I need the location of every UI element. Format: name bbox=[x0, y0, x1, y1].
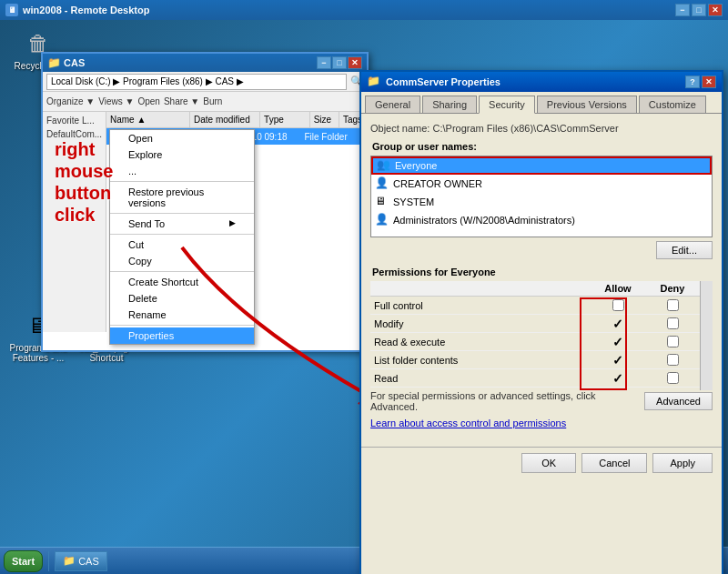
perm-list-folder-deny[interactable] bbox=[645, 354, 700, 366]
ctx-divider-3 bbox=[110, 234, 254, 235]
rd-title: win2008 - Remote Desktop bbox=[23, 5, 149, 15]
perm-scrollbar[interactable] bbox=[700, 281, 713, 390]
permissions-container: Allow Deny Full control Modify ✓ bbox=[370, 281, 713, 390]
perm-modify: Modify ✓ bbox=[370, 315, 700, 333]
views-btn[interactable]: Views ▼ bbox=[98, 96, 134, 106]
ctx-delete[interactable]: Delete bbox=[110, 290, 254, 307]
explorer-sidebar: Favorite L... DefaultCom... bbox=[43, 112, 106, 332]
perm-read-allow[interactable]: ✓ bbox=[591, 371, 645, 386]
perm-full-control: Full control bbox=[370, 297, 700, 315]
ctx-properties[interactable]: Properties bbox=[110, 327, 254, 344]
apply-button[interactable]: Apply bbox=[652, 453, 713, 473]
user-list: 👥 Everyone 👤 CREATOR OWNER 🖥 SYSTEM 👤 Ad… bbox=[370, 156, 713, 237]
perm-write-allow[interactable]: ✓ bbox=[591, 389, 645, 391]
rd-close-btn[interactable]: ✕ bbox=[708, 4, 723, 16]
permissions-table: Allow Deny Full control Modify ✓ bbox=[370, 281, 700, 390]
perm-read-execute-name: Read & execute bbox=[370, 337, 591, 347]
explorer-close-btn[interactable]: ✕ bbox=[348, 56, 362, 69]
user-everyone[interactable]: 👥 Everyone bbox=[371, 156, 712, 175]
rd-maximize-btn[interactable]: □ bbox=[692, 4, 706, 16]
taskbar-cas-label: CAS bbox=[78, 556, 99, 567]
taskbar-divider bbox=[48, 551, 49, 571]
user-admin-name: Administrators (W/N2008\Administrators) bbox=[393, 215, 575, 226]
user-admin-icon: 👤 bbox=[375, 213, 389, 227]
col-name[interactable]: Name ▲ bbox=[106, 112, 190, 127]
perm-read-deny[interactable] bbox=[645, 372, 700, 384]
ctx-open[interactable]: Open bbox=[110, 130, 254, 146]
user-everyone-icon: 👥 bbox=[377, 158, 391, 173]
burn-btn[interactable]: Burn bbox=[203, 96, 222, 106]
tab-security[interactable]: Security bbox=[479, 96, 535, 114]
special-perms-text: For special permissions or advanced sett… bbox=[370, 390, 644, 412]
rd-controls: − □ ✕ bbox=[675, 4, 723, 16]
ctx-cut[interactable]: Cut bbox=[110, 237, 254, 253]
perm-modify-name: Modify bbox=[370, 318, 591, 329]
taskbar-cas-item[interactable]: 📁 CAS bbox=[55, 551, 107, 571]
ctx-ellipsis[interactable]: ... bbox=[110, 163, 254, 179]
start-button[interactable]: Start bbox=[4, 550, 43, 572]
address-input[interactable]: Local Disk (C:) ▶ Program Files (x86) ▶ … bbox=[46, 74, 347, 90]
props-help-btn[interactable]: ? bbox=[685, 76, 700, 88]
tab-sharing[interactable]: Sharing bbox=[422, 96, 477, 113]
perm-list-folder-allow[interactable]: ✓ bbox=[591, 353, 645, 368]
props-titlebar: 📁 CommServer Properties ? ✕ bbox=[361, 72, 722, 92]
user-administrators[interactable]: 👤 Administrators (W/N2008\Administrators… bbox=[371, 211, 712, 229]
rd-icon: 🖥 bbox=[5, 4, 18, 16]
advanced-button[interactable]: Advanced bbox=[644, 392, 713, 410]
explorer-maximize-btn[interactable]: □ bbox=[332, 56, 347, 69]
perm-read-execute-deny[interactable] bbox=[645, 336, 700, 347]
explorer-minimize-btn[interactable]: − bbox=[317, 56, 331, 69]
perm-modify-deny[interactable] bbox=[645, 317, 700, 329]
user-creator-owner[interactable]: 👤 CREATOR OWNER bbox=[371, 175, 712, 193]
learn-link[interactable]: Learn about access control and permissio… bbox=[370, 418, 713, 428]
cancel-button[interactable]: Cancel bbox=[581, 453, 647, 473]
ctx-copy[interactable]: Copy bbox=[110, 253, 254, 269]
object-name-label: Object name: bbox=[370, 123, 430, 134]
rd-minimize-btn[interactable]: − bbox=[675, 4, 690, 16]
ctx-divider-4 bbox=[110, 271, 254, 272]
organize-btn[interactable]: Organize ▼ bbox=[46, 96, 95, 106]
properties-dialog: 📁 CommServer Properties ? ✕ General Shar… bbox=[359, 70, 723, 574]
ctx-shortcut[interactable]: Create Shortcut bbox=[110, 274, 254, 290]
perm-full-control-name: Full control bbox=[370, 300, 591, 311]
context-menu: Open Explore ... Restore previous versio… bbox=[109, 129, 255, 345]
perm-col-deny-header: Deny bbox=[645, 281, 700, 296]
perm-col-allow-header: Allow bbox=[591, 281, 645, 296]
sidebar-default: DefaultCom... bbox=[46, 129, 102, 139]
ctx-sendto[interactable]: Send To bbox=[110, 216, 254, 232]
remote-desktop-window: 🖥 win2008 - Remote Desktop − □ ✕ 🗑 Recyc… bbox=[0, 0, 728, 574]
props-folder-icon: 📁 bbox=[367, 75, 381, 89]
explorer-address-bar: Local Disk (C:) ▶ Program Files (x86) ▶ … bbox=[43, 72, 367, 92]
edit-button[interactable]: Edit... bbox=[656, 241, 713, 259]
ctx-divider-5 bbox=[110, 325, 254, 326]
tab-general[interactable]: General bbox=[365, 96, 420, 113]
perm-list-folder-name: List folder contents bbox=[370, 355, 591, 366]
ctx-rename[interactable]: Rename bbox=[110, 307, 254, 323]
perm-full-control-allow[interactable] bbox=[591, 299, 645, 311]
tab-customize[interactable]: Customize bbox=[639, 96, 706, 113]
perm-read: Read ✓ bbox=[370, 369, 700, 388]
sidebar-favorite: Favorite L... bbox=[46, 116, 102, 126]
desktop: 🗑 Recycle Bin 🖥 Programs and Features - … bbox=[0, 20, 728, 574]
col-type[interactable]: Type bbox=[260, 112, 310, 127]
ctx-explore[interactable]: Explore bbox=[110, 146, 254, 163]
perm-header: Allow Deny bbox=[370, 281, 700, 297]
perm-read-execute-allow[interactable]: ✓ bbox=[591, 335, 645, 349]
ctx-restore[interactable]: Restore previous versions bbox=[110, 184, 254, 211]
props-close-btn[interactable]: ✕ bbox=[702, 76, 716, 88]
user-system[interactable]: 🖥 SYSTEM bbox=[371, 193, 712, 211]
explorer-controls: − □ ✕ bbox=[317, 56, 362, 69]
edit-row: Edit... bbox=[370, 241, 713, 259]
open-btn[interactable]: Open bbox=[137, 96, 159, 106]
col-date[interactable]: Date modified bbox=[190, 112, 260, 127]
perm-modify-allow[interactable]: ✓ bbox=[591, 317, 645, 331]
tabs-bar: General Sharing Security Previous Versio… bbox=[361, 92, 722, 114]
props-body: Object name: C:\Program Files (x86)\CAS\… bbox=[361, 114, 722, 447]
tab-previous-versions[interactable]: Previous Versions bbox=[537, 96, 637, 113]
perm-full-control-deny[interactable] bbox=[645, 299, 700, 311]
share-btn[interactable]: Share ▼ bbox=[164, 96, 199, 106]
perm-col-name-header bbox=[370, 281, 591, 296]
group-label: Group or user names: bbox=[370, 141, 713, 152]
ok-button[interactable]: OK bbox=[521, 453, 576, 473]
col-size[interactable]: Size bbox=[310, 112, 339, 127]
